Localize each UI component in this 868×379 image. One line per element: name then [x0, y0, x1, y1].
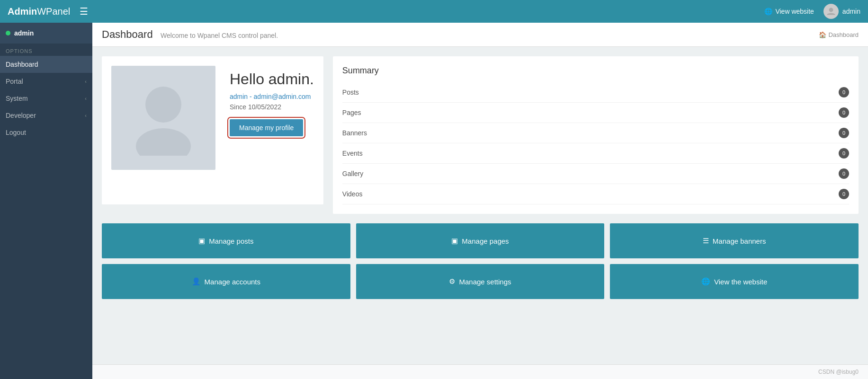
sidebar-item-system[interactable]: System ‹: [0, 90, 92, 107]
summary-title: Summary: [342, 66, 849, 76]
banners-badge: 0: [839, 128, 849, 138]
file-banners-icon: ☰: [703, 237, 709, 245]
sidebar-item-dashboard[interactable]: Dashboard: [0, 56, 92, 73]
summary-item-posts: Posts 0: [342, 82, 849, 103]
summary-item-banners: Banners 0: [342, 123, 849, 143]
user-menu[interactable]: admin: [823, 4, 860, 19]
action-grid: ▣ Manage posts ▣ Manage pages ☰ Manage b…: [102, 223, 859, 299]
svg-point-0: [829, 8, 833, 12]
chevron-icon: ‹: [85, 79, 87, 84]
home-icon: 🏠: [819, 31, 826, 38]
sidebar-item-developer[interactable]: Developer ‹: [0, 107, 92, 124]
svg-point-1: [145, 87, 181, 123]
hamburger-icon[interactable]: ☰: [80, 6, 88, 17]
summary-item-videos: Videos 0: [342, 184, 849, 204]
online-indicator: [6, 31, 10, 35]
globe-action-icon: 🌐: [701, 277, 710, 286]
footer: CSDN @isbug0: [92, 364, 868, 379]
profile-row: Hello admin. admin - admin@admin.com Sin…: [102, 56, 859, 214]
main-content: Dashboard Welcome to Wpanel CMS control …: [92, 23, 868, 379]
gallery-badge: 0: [839, 168, 849, 179]
summary-item-events: Events 0: [342, 143, 849, 164]
breadcrumb-left: Dashboard Welcome to Wpanel CMS control …: [102, 28, 278, 41]
sidebar-item-portal[interactable]: Portal ‹: [0, 73, 92, 90]
events-badge: 0: [839, 148, 849, 159]
manage-posts-button[interactable]: ▣ Manage posts: [102, 223, 350, 258]
summary-item-gallery: Gallery 0: [342, 164, 849, 184]
chevron-icon: ‹: [85, 96, 87, 101]
profile-email: admin - admin@admin.com: [230, 93, 314, 100]
file-text-icon: ▣: [198, 237, 205, 245]
view-website-button[interactable]: 🌐 View the website: [610, 264, 859, 299]
svg-point-2: [136, 128, 191, 156]
chevron-icon: ‹: [85, 113, 87, 118]
page-subtitle: Welcome to Wpanel CMS control panel.: [161, 32, 278, 39]
breadcrumb: 🏠 Dashboard: [819, 31, 859, 38]
manage-banners-button[interactable]: ☰ Manage banners: [610, 223, 859, 258]
avatar: [823, 4, 839, 19]
manage-pages-button[interactable]: ▣ Manage pages: [356, 223, 605, 258]
profile-greeting: Hello admin.: [230, 71, 314, 88]
view-website-link[interactable]: 🌐 View website: [764, 8, 814, 15]
profile-since: Since 10/05/2022: [230, 103, 314, 111]
manage-settings-button[interactable]: ⚙ Manage settings: [356, 264, 605, 299]
topnav-right: 🌐 View website admin: [764, 4, 860, 19]
profile-card: Hello admin. admin - admin@admin.com Sin…: [102, 56, 323, 204]
layout: admin OPTIONS Dashboard Portal ‹ System …: [0, 23, 868, 379]
user-icon: 👤: [192, 277, 201, 286]
pages-badge: 0: [839, 107, 849, 118]
manage-profile-button[interactable]: Manage my profile: [230, 119, 303, 136]
videos-badge: 0: [839, 189, 849, 199]
file-pages-icon: ▣: [451, 237, 458, 245]
gear-icon: ⚙: [449, 277, 455, 286]
manage-accounts-button[interactable]: 👤 Manage accounts: [102, 264, 350, 299]
breadcrumb-bar: Dashboard Welcome to Wpanel CMS control …: [92, 23, 868, 47]
sidebar-user: admin: [0, 23, 92, 44]
sidebar-section-label: OPTIONS: [0, 44, 92, 56]
globe-nav-icon: 🌐: [764, 8, 772, 15]
profile-avatar: [111, 66, 215, 170]
page-title: Dashboard: [102, 28, 153, 40]
sidebar: admin OPTIONS Dashboard Portal ‹ System …: [0, 23, 92, 379]
sidebar-item-logout[interactable]: Logout: [0, 124, 92, 141]
content-area: Hello admin. admin - admin@admin.com Sin…: [92, 47, 868, 364]
brand-logo[interactable]: AdminWPanel: [8, 6, 70, 17]
summary-item-pages: Pages 0: [342, 103, 849, 123]
posts-badge: 0: [839, 87, 849, 97]
topnav: AdminWPanel ☰ 🌐 View website admin: [0, 0, 868, 23]
summary-card: Summary Posts 0 Pages 0 Banners 0 Even: [333, 56, 859, 214]
profile-info: Hello admin. admin - admin@admin.com Sin…: [230, 66, 314, 136]
